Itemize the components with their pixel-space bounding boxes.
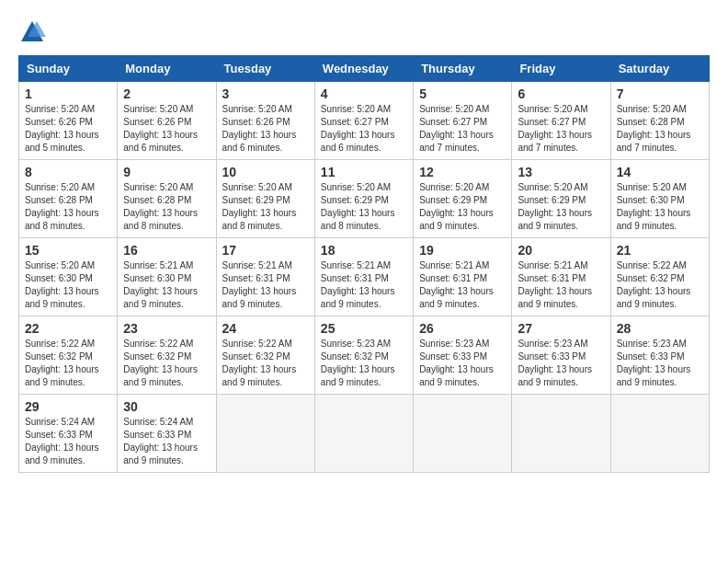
calendar-day-cell: 7 Sunrise: 5:20 AMSunset: 6:28 PMDayligh… — [610, 82, 709, 160]
calendar-day-cell: 27 Sunrise: 5:23 AMSunset: 6:33 PMDaylig… — [512, 316, 610, 395]
calendar-day-cell: 30 Sunrise: 5:24 AMSunset: 6:33 PMDaylig… — [118, 395, 216, 473]
calendar-day-cell — [314, 395, 413, 473]
page-header — [18, 18, 710, 46]
day-info: Sunrise: 5:21 AMSunset: 6:31 PMDaylight:… — [419, 260, 494, 309]
day-number: 5 — [419, 86, 506, 101]
calendar-day-cell: 11 Sunrise: 5:20 AMSunset: 6:29 PMDaylig… — [314, 160, 413, 238]
calendar-day-cell: 12 Sunrise: 5:20 AMSunset: 6:29 PMDaylig… — [414, 160, 512, 238]
day-info: Sunrise: 5:22 AMSunset: 6:32 PMDaylight:… — [617, 260, 691, 309]
calendar-day-cell: 1 Sunrise: 5:20 AMSunset: 6:26 PMDayligh… — [19, 82, 118, 160]
weekday-header: Saturday — [610, 56, 709, 82]
calendar-day-cell: 25 Sunrise: 5:23 AMSunset: 6:32 PMDaylig… — [314, 316, 413, 395]
day-info: Sunrise: 5:22 AMSunset: 6:32 PMDaylight:… — [222, 339, 297, 387]
day-info: Sunrise: 5:20 AMSunset: 6:26 PMDaylight:… — [222, 104, 297, 153]
day-info: Sunrise: 5:20 AMSunset: 6:28 PMDaylight:… — [123, 182, 198, 231]
day-number: 23 — [123, 321, 210, 336]
day-number: 17 — [222, 243, 309, 258]
calendar-day-cell: 6 Sunrise: 5:20 AMSunset: 6:27 PMDayligh… — [512, 82, 610, 160]
weekday-header: Tuesday — [216, 56, 314, 82]
day-number: 2 — [123, 86, 210, 101]
day-number: 10 — [222, 165, 309, 179]
calendar-day-cell: 24 Sunrise: 5:22 AMSunset: 6:32 PMDaylig… — [216, 316, 314, 395]
day-number: 27 — [518, 321, 604, 336]
calendar-day-cell: 13 Sunrise: 5:20 AMSunset: 6:29 PMDaylig… — [512, 160, 610, 238]
day-number: 12 — [419, 165, 506, 179]
day-info: Sunrise: 5:22 AMSunset: 6:32 PMDaylight:… — [25, 339, 99, 387]
calendar-day-cell: 14 Sunrise: 5:20 AMSunset: 6:30 PMDaylig… — [610, 160, 709, 238]
calendar-week-row: 22 Sunrise: 5:22 AMSunset: 6:32 PMDaylig… — [19, 316, 710, 395]
day-info: Sunrise: 5:20 AMSunset: 6:28 PMDaylight:… — [617, 104, 691, 153]
day-info: Sunrise: 5:24 AMSunset: 6:33 PMDaylight:… — [25, 417, 99, 465]
calendar-day-cell: 22 Sunrise: 5:22 AMSunset: 6:32 PMDaylig… — [19, 316, 118, 395]
calendar-day-cell: 17 Sunrise: 5:21 AMSunset: 6:31 PMDaylig… — [216, 238, 314, 316]
calendar-day-cell: 2 Sunrise: 5:20 AMSunset: 6:26 PMDayligh… — [118, 82, 216, 160]
day-info: Sunrise: 5:21 AMSunset: 6:30 PMDaylight:… — [123, 260, 198, 309]
day-number: 19 — [419, 243, 506, 258]
calendar-day-cell: 15 Sunrise: 5:20 AMSunset: 6:30 PMDaylig… — [19, 238, 118, 316]
day-number: 16 — [123, 243, 210, 258]
day-info: Sunrise: 5:20 AMSunset: 6:29 PMDaylight:… — [321, 182, 395, 231]
weekday-header: Wednesday — [314, 56, 413, 82]
calendar-day-cell — [610, 395, 709, 473]
day-number: 14 — [617, 165, 703, 179]
day-info: Sunrise: 5:21 AMSunset: 6:31 PMDaylight:… — [222, 260, 297, 309]
day-number: 28 — [617, 321, 703, 336]
calendar-day-cell: 26 Sunrise: 5:23 AMSunset: 6:33 PMDaylig… — [414, 316, 512, 395]
day-info: Sunrise: 5:20 AMSunset: 6:29 PMDaylight:… — [222, 182, 297, 231]
calendar-day-cell — [216, 395, 314, 473]
day-info: Sunrise: 5:23 AMSunset: 6:33 PMDaylight:… — [617, 339, 691, 387]
logo — [18, 18, 50, 46]
day-number: 29 — [25, 399, 111, 414]
calendar-day-cell — [414, 395, 512, 473]
day-info: Sunrise: 5:20 AMSunset: 6:26 PMDaylight:… — [25, 104, 99, 153]
day-number: 8 — [25, 165, 111, 179]
weekday-header: Monday — [118, 56, 216, 82]
day-info: Sunrise: 5:21 AMSunset: 6:31 PMDaylight:… — [518, 260, 592, 309]
day-number: 30 — [123, 399, 210, 414]
day-info: Sunrise: 5:23 AMSunset: 6:33 PMDaylight:… — [518, 339, 592, 387]
calendar-day-cell: 23 Sunrise: 5:22 AMSunset: 6:32 PMDaylig… — [118, 316, 216, 395]
calendar: SundayMondayTuesdayWednesdayThursdayFrid… — [18, 55, 710, 473]
day-number: 9 — [123, 165, 210, 179]
day-number: 15 — [25, 243, 111, 258]
calendar-week-row: 1 Sunrise: 5:20 AMSunset: 6:26 PMDayligh… — [19, 82, 710, 160]
calendar-day-cell: 20 Sunrise: 5:21 AMSunset: 6:31 PMDaylig… — [512, 238, 610, 316]
day-number: 26 — [419, 321, 506, 336]
day-info: Sunrise: 5:20 AMSunset: 6:29 PMDaylight:… — [518, 182, 592, 231]
calendar-day-cell: 16 Sunrise: 5:21 AMSunset: 6:30 PMDaylig… — [118, 238, 216, 316]
day-info: Sunrise: 5:20 AMSunset: 6:30 PMDaylight:… — [617, 182, 691, 231]
calendar-day-cell: 28 Sunrise: 5:23 AMSunset: 6:33 PMDaylig… — [610, 316, 709, 395]
day-info: Sunrise: 5:21 AMSunset: 6:31 PMDaylight:… — [321, 260, 395, 309]
calendar-day-cell: 21 Sunrise: 5:22 AMSunset: 6:32 PMDaylig… — [610, 238, 709, 316]
calendar-week-row: 29 Sunrise: 5:24 AMSunset: 6:33 PMDaylig… — [19, 395, 710, 473]
calendar-day-cell: 9 Sunrise: 5:20 AMSunset: 6:28 PMDayligh… — [118, 160, 216, 238]
day-info: Sunrise: 5:22 AMSunset: 6:32 PMDaylight:… — [123, 339, 198, 387]
calendar-day-cell: 18 Sunrise: 5:21 AMSunset: 6:31 PMDaylig… — [314, 238, 413, 316]
calendar-header-row: SundayMondayTuesdayWednesdayThursdayFrid… — [19, 56, 710, 82]
day-number: 1 — [25, 86, 111, 101]
weekday-header: Sunday — [19, 56, 118, 82]
calendar-day-cell: 4 Sunrise: 5:20 AMSunset: 6:27 PMDayligh… — [314, 82, 413, 160]
day-number: 11 — [321, 165, 407, 179]
day-info: Sunrise: 5:20 AMSunset: 6:29 PMDaylight:… — [419, 182, 494, 231]
day-number: 21 — [617, 243, 703, 258]
calendar-day-cell: 3 Sunrise: 5:20 AMSunset: 6:26 PMDayligh… — [216, 82, 314, 160]
calendar-day-cell: 10 Sunrise: 5:20 AMSunset: 6:29 PMDaylig… — [216, 160, 314, 238]
day-number: 20 — [518, 243, 604, 258]
day-info: Sunrise: 5:20 AMSunset: 6:26 PMDaylight:… — [123, 104, 198, 153]
day-number: 13 — [518, 165, 604, 179]
day-number: 6 — [518, 86, 604, 101]
day-info: Sunrise: 5:20 AMSunset: 6:27 PMDaylight:… — [321, 104, 395, 153]
calendar-day-cell: 5 Sunrise: 5:20 AMSunset: 6:27 PMDayligh… — [414, 82, 512, 160]
calendar-day-cell: 8 Sunrise: 5:20 AMSunset: 6:28 PMDayligh… — [19, 160, 118, 238]
calendar-day-cell — [512, 395, 610, 473]
calendar-day-cell: 19 Sunrise: 5:21 AMSunset: 6:31 PMDaylig… — [414, 238, 512, 316]
day-info: Sunrise: 5:20 AMSunset: 6:28 PMDaylight:… — [25, 182, 99, 231]
day-info: Sunrise: 5:24 AMSunset: 6:33 PMDaylight:… — [123, 417, 198, 465]
day-info: Sunrise: 5:20 AMSunset: 6:30 PMDaylight:… — [25, 260, 99, 309]
day-number: 22 — [25, 321, 111, 336]
day-number: 7 — [617, 86, 703, 101]
day-number: 3 — [222, 86, 309, 101]
logo-icon — [18, 18, 46, 46]
day-number: 4 — [321, 86, 407, 101]
